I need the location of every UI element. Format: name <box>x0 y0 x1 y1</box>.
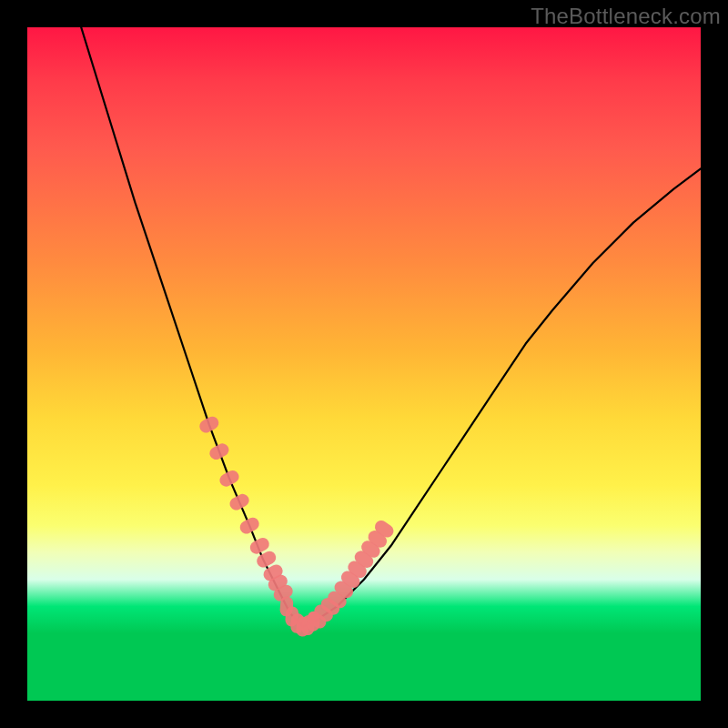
curve-marker <box>207 441 231 462</box>
chart-svg <box>27 27 701 701</box>
curve-marker <box>307 611 321 632</box>
chart-frame <box>27 27 701 701</box>
bottleneck-curve-path <box>81 27 701 627</box>
curve-marker <box>238 515 261 536</box>
highlight-markers <box>197 414 396 637</box>
curve-marker <box>228 491 251 512</box>
bottleneck-curve <box>81 27 701 627</box>
curve-marker <box>217 468 241 489</box>
watermark-text: TheBottleneck.com <box>531 4 721 29</box>
curve-marker <box>197 414 221 435</box>
